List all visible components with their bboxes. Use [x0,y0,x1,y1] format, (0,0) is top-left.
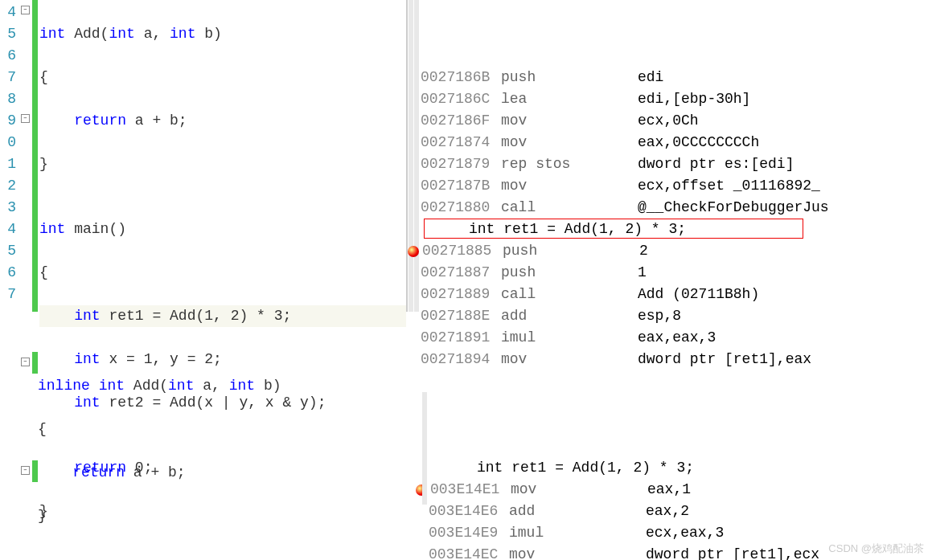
asm-opcode: lea [501,88,638,110]
asm-address: 00271891 [421,327,501,349]
asm-line[interactable]: int ret1 = Add(1, 2) * 3; [421,219,932,240]
asm-opcode: rep stos [501,153,638,175]
asm-operands: esp,8 [638,305,681,327]
spacer [406,352,416,560]
line-number: 2 [0,175,16,197]
asm-line[interactable]: 0027186Bpushedi [421,67,932,88]
line-number: 7 [0,67,16,88]
code-line[interactable]: int Add(int a, int b) [39,23,406,45]
asm-operands: edi [638,67,663,88]
code-line[interactable]: int main() [39,219,406,240]
asm-operands: ecx,offset _01116892_ [638,175,820,197]
asm-line[interactable]: 0027187Bmovecx,offset _01116892_ [421,175,932,197]
fold-toggle-icon[interactable]: - [21,466,30,475]
code-line[interactable]: return a + b; [39,110,406,132]
code-line[interactable]: } [39,153,406,175]
asm-operands: ecx,0Ch [638,110,699,132]
asm-opcode: add [509,501,646,522]
asm-source-line: int ret1 = Add(1, 2) * 3; [421,219,686,240]
asm-line[interactable]: 0027186Fmovecx,0Ch [421,110,932,132]
fold-gutter[interactable]: - - [16,0,32,312]
fold-toggle-icon[interactable]: - [21,6,30,14]
source-top[interactable]: 4 5 6 7 8 9 0 1 2 3 4 5 6 7 - - int Add(… [0,0,406,312]
asm-line[interactable]: 00271887push1 [421,262,932,284]
asm-operands: 1 [638,262,647,284]
asm-source-line: int ret1 = Add(1, 2) * 3; [429,457,694,479]
asm-line[interactable]: 003E14E1moveax,1 [429,479,932,501]
top-pane: 4 5 6 7 8 9 0 1 2 3 4 5 6 7 - - int Add(… [0,0,932,312]
asm-line[interactable]: 00271891imuleax,eax,3 [421,327,932,349]
code-line-current[interactable]: int ret1 = Add(1, 2) * 3; [39,305,406,327]
asm-line[interactable]: 003E14E9imulecx,eax,3 [429,522,932,544]
empty-gutter [0,352,16,560]
line-number: 6 [0,45,16,67]
asm-operands: dword ptr [ret1],ecx [646,544,819,560]
line-number: 1 [0,153,16,175]
asm-operands: eax,0CCCCCCCCh [638,132,759,153]
asm-address: 00271874 [421,132,501,153]
asm-address: 003E14E9 [429,522,509,544]
asm-line[interactable]: 003E14E6addeax,2 [429,501,932,522]
asm-gutter [414,0,419,312]
change-marker [32,352,38,560]
line-number: 0 [0,132,16,153]
asm-opcode: imul [501,327,638,349]
asm-address: 0027187B [421,175,501,197]
code-line[interactable]: { [39,67,406,88]
line-number: 3 [0,197,16,219]
asm-opcode: imul [509,522,646,544]
code-line[interactable]: return a + b; [38,462,406,484]
asm-line[interactable]: 00271889callAdd (02711B8h) [421,284,932,305]
disassembly-bottom[interactable]: int ret1 = Add(1, 2) * 3;003E14E1moveax,… [416,352,932,560]
asm-address: 003E14E1 [430,479,511,501]
fold-gutter[interactable]: - - [16,352,32,560]
asm-line[interactable]: 00271879rep stosdword ptr es:[edi] [421,153,932,175]
asm-opcode: mov [501,175,638,197]
asm-address: 00271879 [421,153,501,175]
asm-opcode: add [501,305,638,327]
code-body[interactable]: inline int Add(int a, int b) { return a … [38,352,406,560]
line-number-gutter: 4 5 6 7 8 9 0 1 2 3 4 5 6 7 [0,0,16,312]
asm-line[interactable]: 0027188Eaddesp,8 [421,305,932,327]
asm-address: 0027186C [421,88,501,110]
line-number: 5 [0,23,16,45]
asm-line[interactable]: int ret1 = Add(1, 2) * 3; [429,457,932,479]
code-line[interactable]: { [39,262,406,284]
asm-line[interactable]: 00271874moveax,0CCCCCCCCh [421,132,932,153]
asm-opcode: call [501,197,638,219]
asm-operands: @__CheckForDebuggerJus [638,197,829,219]
asm-address: 0027186F [421,110,501,132]
watermark: CSDN @烧鸡配油茶 [828,542,924,556]
fold-toggle-icon[interactable]: - [21,358,30,366]
breakpoint-icon[interactable] [408,246,419,257]
asm-line[interactable]: 0027186Cleaedi,[ebp-30h] [421,88,932,110]
code-line[interactable]: { [38,419,406,440]
asm-operands: eax,eax,3 [638,327,716,349]
line-number: 7 [0,284,16,305]
asm-opcode: mov [501,132,638,153]
asm-address: 00271880 [421,197,501,219]
code-line[interactable]: } [38,505,406,527]
source-bottom[interactable]: - - inline int Add(int a, int b) { retur… [0,352,406,560]
asm-line[interactable]: 00271885push2 [421,240,932,262]
asm-address: 00271889 [421,284,501,305]
asm-gutter [422,392,427,505]
asm-address: 00271887 [421,262,501,284]
code-line[interactable]: inline int Add(int a, int b) [38,375,406,397]
fold-toggle-icon[interactable]: - [21,114,30,123]
asm-line[interactable]: 00271880call@__CheckForDebuggerJus [421,197,932,219]
asm-opcode: call [501,284,638,305]
asm-address: 003E14E6 [429,501,509,522]
line-number: 6 [0,262,16,284]
asm-operands: 2 [639,240,648,262]
disassembly-top[interactable]: 0027186Bpushedi0027186Cleaedi,[ebp-30h]0… [408,0,932,312]
asm-operands: ecx,eax,3 [646,522,724,544]
asm-opcode: mov [511,479,647,501]
asm-opcode: push [501,262,638,284]
asm-address: 00271885 [422,240,503,262]
code-body[interactable]: int Add(int a, int b) { return a + b; } … [39,0,406,312]
line-number: 4 [0,219,16,240]
asm-address: 003E14EC [429,544,509,560]
line-number: 4 [0,2,16,23]
asm-operands: eax,1 [647,479,691,501]
